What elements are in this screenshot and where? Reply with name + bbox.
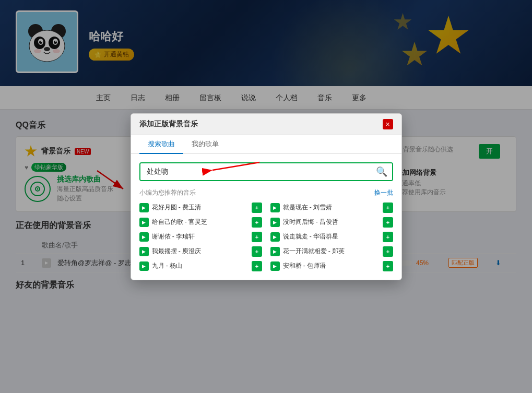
list-item: ▶ 说走就走 - 华语群星 + xyxy=(270,232,393,242)
modal-body: 🔍 小编为您推荐的音乐 xyxy=(131,154,401,280)
song-name: 给自己的歌 - 官灵芝 xyxy=(152,218,249,227)
song-name: 没时间后悔 - 吕俊哲 xyxy=(283,218,380,227)
svg-text:+: + xyxy=(255,234,258,240)
song-name: 说走就走 - 华语群星 xyxy=(283,232,380,241)
svg-text:+: + xyxy=(255,219,258,225)
modal-tabs: 搜索歌曲 我的歌单 xyxy=(131,135,401,154)
song-add-btn[interactable]: + xyxy=(383,232,393,242)
song-add-btn[interactable]: + xyxy=(383,246,393,257)
list-item: ▶ 花一开满就相爱 - 郑英 + xyxy=(270,246,393,257)
songs-grid: ▶ 花好月圆 - 费玉清 + ▶ 就是现在 - 刘雪婧 + ▶ xyxy=(139,203,393,271)
song-play-btn[interactable]: ▶ xyxy=(270,218,280,227)
list-item: ▶ 没时间后悔 - 吕俊哲 + xyxy=(270,217,393,228)
song-name: 花一开满就相爱 - 郑英 xyxy=(283,247,380,256)
song-add-btn[interactable]: + xyxy=(252,261,262,271)
song-play-btn[interactable]: ▶ xyxy=(139,232,149,242)
list-item: ▶ 我最摇摆 - 庾澄庆 + xyxy=(139,246,262,257)
modal-title-bar: 添加正版背景音乐 × xyxy=(131,114,401,135)
search-area: 🔍 xyxy=(139,162,393,181)
svg-text:+: + xyxy=(386,263,389,269)
song-name: 我最摇摆 - 庾澄庆 xyxy=(152,247,249,256)
song-add-btn[interactable]: + xyxy=(252,232,262,242)
list-item: ▶ 给自己的歌 - 官灵芝 + xyxy=(139,217,262,228)
song-add-btn[interactable]: + xyxy=(383,217,393,228)
song-name: 花好月圆 - 费玉清 xyxy=(152,203,249,212)
song-play-btn[interactable]: ▶ xyxy=(139,261,149,271)
song-add-btn[interactable]: + xyxy=(252,246,262,257)
modal-title: 添加正版背景音乐 xyxy=(139,120,198,129)
search-row: 🔍 xyxy=(139,162,393,181)
song-play-btn[interactable]: ▶ xyxy=(139,247,149,256)
song-name: 九月 - 杨山 xyxy=(152,261,249,270)
search-icon: 🔍 xyxy=(376,166,387,177)
refresh-link[interactable]: 换一批 xyxy=(374,188,393,197)
song-name: 谢谢侬 - 李瑞轩 xyxy=(152,232,249,241)
song-add-btn[interactable]: + xyxy=(252,217,262,228)
recommend-text: 小编为您推荐的音乐 xyxy=(139,188,196,197)
search-button[interactable]: 🔍 xyxy=(371,163,392,180)
list-item: ▶ 谢谢侬 - 李瑞轩 + xyxy=(139,232,262,242)
tab-search-song[interactable]: 搜索歌曲 xyxy=(139,135,183,154)
recommend-label: 小编为您推荐的音乐 换一批 xyxy=(139,188,393,197)
song-play-btn[interactable]: ▶ xyxy=(270,203,280,212)
song-name: 安和桥 - 包师语 xyxy=(283,261,380,270)
list-item: ▶ 花好月圆 - 费玉清 + xyxy=(139,203,262,213)
list-item: ▶ 就是现在 - 刘雪婧 + xyxy=(270,203,393,213)
modal-dialog: 添加正版背景音乐 × 搜索歌曲 我的歌单 🔍 xyxy=(131,113,402,280)
modal-arrow-annotation xyxy=(202,157,265,180)
svg-text:+: + xyxy=(386,219,389,225)
list-item: ▶ 安和桥 - 包师语 + xyxy=(270,261,393,271)
song-play-btn[interactable]: ▶ xyxy=(270,261,280,271)
svg-text:+: + xyxy=(386,234,389,240)
song-play-btn[interactable]: ▶ xyxy=(270,232,280,242)
song-add-btn[interactable]: + xyxy=(383,203,393,213)
svg-text:+: + xyxy=(255,205,258,211)
song-play-btn[interactable]: ▶ xyxy=(139,218,149,227)
song-play-btn[interactable]: ▶ xyxy=(270,247,280,256)
list-item: ▶ 九月 - 杨山 + xyxy=(139,261,262,271)
modal-close-button[interactable]: × xyxy=(383,119,393,129)
svg-text:+: + xyxy=(255,263,258,269)
modal-overlay[interactable]: 添加正版背景音乐 × 搜索歌曲 我的歌单 🔍 xyxy=(0,0,532,393)
song-add-btn[interactable]: + xyxy=(252,203,262,213)
song-add-btn[interactable]: + xyxy=(383,261,393,271)
song-play-btn[interactable]: ▶ xyxy=(139,203,149,212)
tab-my-playlist[interactable]: 我的歌单 xyxy=(183,135,227,154)
svg-text:+: + xyxy=(386,248,389,255)
song-name: 就是现在 - 刘雪婧 xyxy=(283,203,380,212)
svg-text:+: + xyxy=(386,205,389,211)
svg-text:+: + xyxy=(255,248,258,255)
